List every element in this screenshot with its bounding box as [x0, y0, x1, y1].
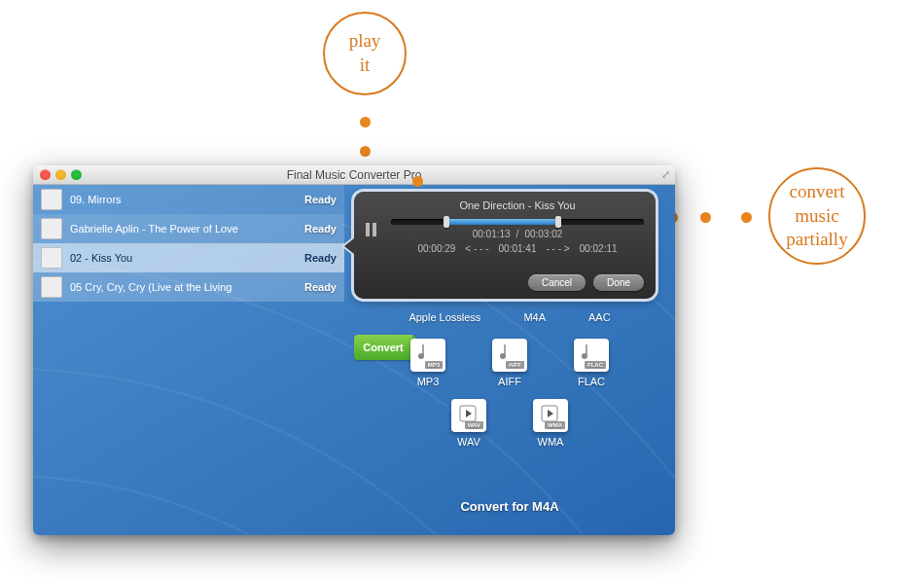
titlebar[interactable]: Final Music Converter Pro ⤢ — [33, 165, 675, 185]
footer-text: Convert for M4A — [344, 499, 675, 514]
start-mark: 00:00:29 — [417, 243, 455, 254]
arrow-right: - - - > — [546, 243, 569, 254]
callout-dot — [741, 212, 752, 223]
elapsed-time: 00:01:13 — [473, 229, 511, 239]
track-status: Ready — [304, 252, 337, 264]
done-button[interactable]: Done — [593, 274, 644, 291]
format-wav[interactable]: WAV WAV — [451, 399, 486, 448]
list-item[interactable]: Gabrielle Aplin - The Power of Love Read… — [33, 214, 344, 243]
minimize-button[interactable] — [55, 169, 66, 180]
callout-play-text: play it — [349, 29, 381, 77]
track-status: Ready — [304, 194, 337, 205]
format-flac[interactable]: FLAC FLAC — [574, 339, 609, 387]
thumbnail — [41, 189, 62, 210]
callout-dot — [360, 117, 371, 127]
cancel-button[interactable]: Cancel — [528, 274, 586, 291]
list-item[interactable]: 05 Cry, Cry, Cry (Live at the Living Rea… — [33, 272, 344, 302]
format-label: M4A — [523, 311, 546, 323]
track-name: 09. Mirrors — [70, 194, 304, 205]
track-name: 02 - Kiss You — [70, 252, 304, 264]
format-label: AAC — [588, 311, 611, 323]
fullscreen-icon[interactable]: ⤢ — [661, 168, 670, 181]
format-label: WMA — [538, 436, 564, 448]
callout-convert-text: convert music partially — [786, 180, 847, 252]
svg-point-1 — [500, 353, 506, 359]
thumbnail — [41, 247, 62, 269]
trim-handle-end[interactable] — [555, 216, 561, 228]
window-title: Final Music Converter Pro — [287, 168, 422, 182]
convert-label: Convert — [363, 342, 404, 353]
callout-play: play it — [323, 12, 407, 95]
svg-point-0 — [418, 353, 424, 359]
list-item-selected[interactable]: 02 - Kiss You Ready — [33, 243, 344, 272]
format-label: Apple Lossless — [409, 311, 480, 323]
time-line-1: 00:01:13/00:03:02 — [391, 229, 644, 239]
arrow-left: < - - - — [465, 243, 488, 254]
app-window: Final Music Converter Pro ⤢ 09. Mirrors … — [33, 165, 675, 535]
callout-convert: convert music partially — [768, 167, 866, 265]
trim-slider[interactable] — [391, 219, 644, 225]
format-mp3[interactable]: MP3 MP3 — [410, 339, 445, 387]
player-track-title: One Direction - Kiss You — [391, 199, 644, 211]
total-time: 00:03:02 — [524, 229, 562, 239]
track-status: Ready — [304, 281, 337, 293]
trim-range — [446, 219, 557, 225]
end-mark: 00:02:11 — [580, 243, 618, 254]
player-popover: One Direction - Kiss You 00:01:13/00:03:… — [354, 192, 656, 299]
svg-point-2 — [582, 353, 587, 359]
format-row-3: WAV WAV WMA WMA — [344, 399, 675, 448]
time-line-2: 00:00:29 < - - - 00:01:41 - - - > 00:02:… — [391, 243, 644, 254]
format-wma[interactable]: WMA WMA — [533, 399, 568, 448]
thumbnail — [41, 276, 62, 298]
svg-marker-6 — [548, 410, 553, 417]
track-name: 05 Cry, Cry, Cry (Live at the Living — [70, 281, 304, 293]
format-label: FLAC — [578, 376, 605, 387]
track-list: 09. Mirrors Ready Gabrielle Aplin - The … — [33, 185, 344, 535]
convert-button[interactable]: Convert — [354, 335, 412, 360]
list-item[interactable]: 09. Mirrors Ready — [33, 185, 344, 214]
mid-mark: 00:01:41 — [499, 243, 537, 254]
format-row-1: Apple Lossless M4A AAC — [344, 311, 675, 323]
format-label: AIFF — [498, 376, 521, 387]
format-label: MP3 — [417, 376, 440, 387]
zoom-button[interactable] — [71, 169, 82, 180]
pause-button[interactable] — [366, 223, 376, 236]
callout-dot — [700, 212, 711, 223]
format-label: WAV — [457, 436, 480, 448]
thumbnail — [41, 218, 62, 239]
track-name: Gabrielle Aplin - The Power of Love — [70, 223, 304, 235]
trim-handle-start[interactable] — [444, 216, 449, 228]
svg-marker-4 — [466, 410, 472, 417]
format-aiff[interactable]: AIFF AIFF — [492, 339, 527, 387]
close-button[interactable] — [40, 169, 51, 180]
callout-dot — [360, 146, 371, 157]
track-status: Ready — [304, 223, 337, 235]
